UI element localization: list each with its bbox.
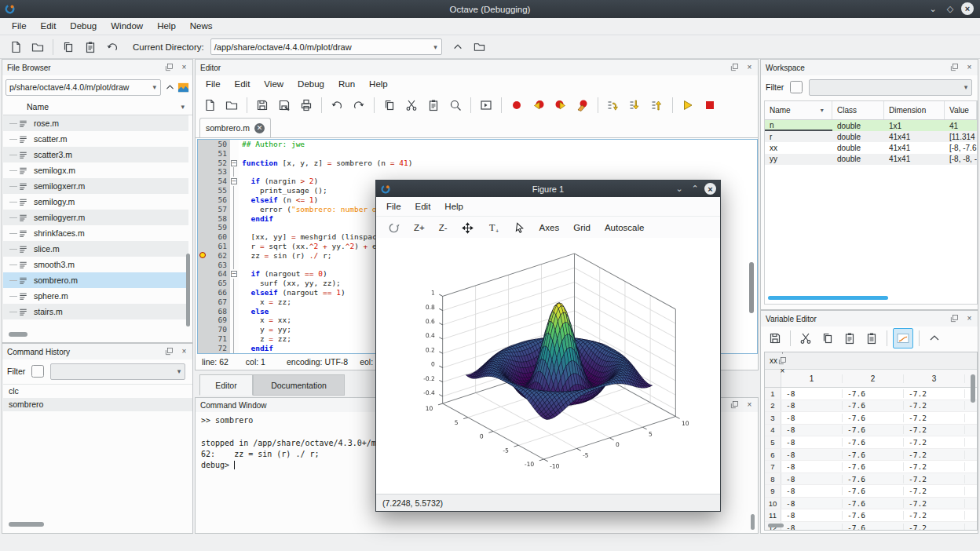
- float-panel-icon[interactable]: [949, 62, 960, 72]
- row-number[interactable]: 6: [765, 449, 781, 461]
- file-row[interactable]: slice.m: [3, 241, 188, 257]
- clear-breakpoints-button[interactable]: [573, 96, 592, 115]
- new-file-button[interactable]: [200, 96, 219, 115]
- find-button[interactable]: [446, 96, 465, 115]
- fold-margin[interactable]: [230, 223, 239, 232]
- step-button[interactable]: [604, 96, 623, 115]
- fold-margin[interactable]: [230, 288, 239, 297]
- variable-table-header[interactable]: 123: [765, 370, 977, 388]
- variable-vscrollbar[interactable]: [971, 374, 975, 403]
- pointer-icon[interactable]: [506, 218, 532, 237]
- redo-button[interactable]: [349, 96, 368, 115]
- new-script-button[interactable]: [6, 38, 25, 57]
- file-browser-hscrollbar[interactable]: [9, 332, 27, 337]
- variable-cell[interactable]: -7.2: [904, 487, 965, 495]
- menu-item-help[interactable]: Help: [437, 199, 470, 215]
- breakpoint-margin[interactable]: [198, 223, 208, 232]
- workspace-row[interactable]: rdouble41x41[11.314: [765, 131, 977, 142]
- variable-cell[interactable]: -7.6: [843, 438, 904, 447]
- breakpoint-margin[interactable]: [198, 288, 208, 297]
- close-button[interactable]: ×: [704, 183, 716, 195]
- file-row[interactable]: sombrero.m: [3, 272, 188, 288]
- copy-button[interactable]: [380, 96, 399, 115]
- undo-button[interactable]: [327, 96, 346, 115]
- file-row[interactable]: scatter3.m: [3, 147, 188, 162]
- fold-margin[interactable]: [230, 307, 239, 316]
- variable-cell[interactable]: -7.2: [904, 499, 965, 508]
- breakpoint-margin[interactable]: [198, 279, 208, 288]
- variable-cell[interactable]: -8: [781, 389, 843, 398]
- figure-titlebar[interactable]: Figure 1 ⌄ ⌃ ×: [376, 181, 720, 197]
- variable-cell[interactable]: -7.6: [843, 524, 904, 531]
- variable-cell[interactable]: -7.6: [843, 414, 904, 422]
- menu-item-file[interactable]: File: [199, 76, 228, 93]
- variable-cell[interactable]: -7.2: [904, 389, 965, 398]
- figure-grid-button[interactable]: Grid: [566, 218, 598, 237]
- workspace-hscrollbar[interactable]: [768, 296, 888, 300]
- close-panel-icon[interactable]: ×: [777, 366, 788, 376]
- row-number[interactable]: 8: [765, 473, 781, 485]
- variable-cell[interactable]: -7.2: [904, 451, 965, 459]
- command-window-vscrollbar[interactable]: [751, 514, 755, 530]
- command-history-list[interactable]: clcsombrero: [3, 384, 192, 524]
- row-number[interactable]: 11: [765, 509, 781, 521]
- fold-margin[interactable]: [230, 344, 239, 353]
- float-panel-icon[interactable]: [164, 62, 174, 72]
- workspace-filter-combobox[interactable]: ▾: [809, 79, 972, 96]
- fold-collapse-icon[interactable]: –: [231, 160, 237, 166]
- fold-margin[interactable]: [230, 251, 239, 261]
- continue-button[interactable]: [678, 96, 697, 115]
- paste-button[interactable]: [424, 96, 443, 115]
- breakpoint-margin[interactable]: [198, 186, 208, 195]
- variable-cell[interactable]: -7.6: [843, 462, 904, 471]
- row-number[interactable]: 3: [765, 412, 781, 424]
- workspace-cell[interactable]: 1x1: [884, 122, 945, 130]
- workspace-cell[interactable]: [-8, -8, -: [945, 155, 977, 163]
- next-breakpoint-button[interactable]: [551, 96, 570, 115]
- file-browser-vscrollbar[interactable]: [186, 254, 190, 327]
- float-panel-icon[interactable]: [949, 313, 960, 323]
- breakpoint-margin[interactable]: [198, 177, 208, 186]
- breakpoint-margin[interactable]: [198, 307, 208, 316]
- fold-margin[interactable]: [230, 232, 239, 242]
- workspace-row[interactable]: xxdouble41x41[-8, -7.6: [765, 142, 977, 153]
- collapse-button[interactable]: [925, 329, 944, 348]
- step-in-button[interactable]: [626, 96, 645, 115]
- paste-button[interactable]: [840, 329, 859, 348]
- workspace-cell[interactable]: double: [832, 144, 884, 152]
- variable-cell[interactable]: -7.2: [904, 462, 965, 471]
- workspace-cell[interactable]: 41x41: [884, 133, 945, 141]
- workspace-cell[interactable]: xx: [765, 144, 832, 152]
- variable-cell[interactable]: -7.6: [843, 389, 904, 398]
- variable-cell[interactable]: -7.6: [843, 511, 904, 520]
- float-panel-icon[interactable]: [730, 62, 740, 72]
- row-number[interactable]: 10: [765, 498, 781, 509]
- file-row[interactable]: semilogy.m: [3, 194, 188, 210]
- variable-cell[interactable]: -8: [781, 511, 843, 520]
- variable-window-titlebar[interactable]: xx ×: [765, 352, 977, 370]
- workspace-cell[interactable]: double: [832, 155, 884, 163]
- fold-margin[interactable]: [230, 334, 239, 344]
- run-in-terminal-button[interactable]: [477, 96, 495, 115]
- filter-checkbox[interactable]: [31, 365, 44, 378]
- breakpoint-margin[interactable]: [198, 159, 208, 168]
- breakpoint-margin[interactable]: [198, 149, 208, 159]
- fold-margin[interactable]: [230, 261, 239, 270]
- close-panel-icon[interactable]: ×: [744, 400, 755, 410]
- variable-column-header[interactable]: 3: [904, 374, 965, 383]
- copy-button[interactable]: [818, 329, 837, 348]
- file-row[interactable]: semilogx.m: [3, 162, 188, 178]
- file-row[interactable]: stairs.m: [3, 304, 188, 319]
- figure-plot-canvas[interactable]: [376, 238, 720, 495]
- breakpoint-margin[interactable]: [198, 251, 208, 261]
- stop-button[interactable]: [700, 96, 719, 115]
- fold-margin[interactable]: [230, 316, 239, 325]
- float-panel-icon[interactable]: [730, 400, 740, 410]
- variable-cell[interactable]: -8: [781, 438, 843, 447]
- editor-tab-sombrero[interactable]: sombrero.m ✕: [199, 118, 271, 137]
- variable-cell[interactable]: -8: [781, 487, 843, 495]
- workspace-cell[interactable]: double: [832, 122, 884, 130]
- close-panel-icon[interactable]: ×: [179, 346, 189, 356]
- breakpoint-margin[interactable]: [198, 316, 208, 325]
- float-panel-icon[interactable]: [164, 346, 174, 356]
